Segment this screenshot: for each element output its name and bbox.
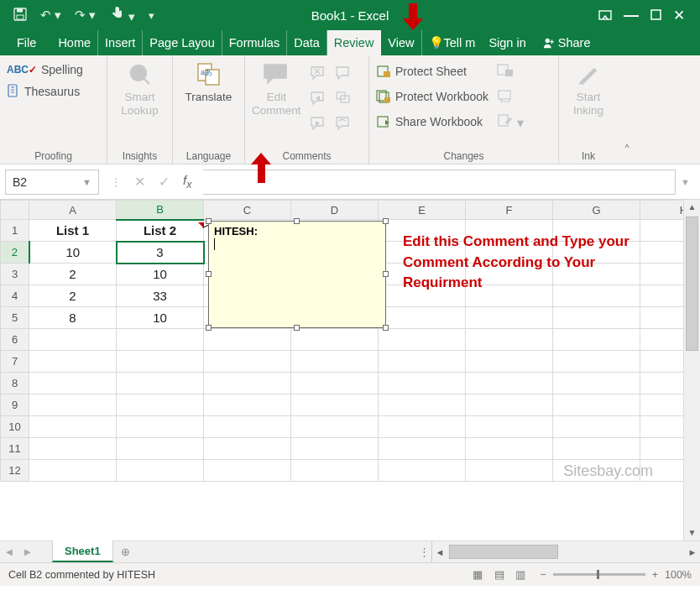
tab-view[interactable]: View [381,30,421,55]
cell[interactable] [29,460,117,482]
ribbon-display-icon[interactable] [598,7,612,24]
cell[interactable]: 10 [29,242,117,264]
col-header[interactable]: B [117,201,204,220]
cell[interactable] [291,329,379,351]
scroll-up-icon[interactable]: ▲ [684,200,700,215]
row-header[interactable]: 4 [1,285,29,307]
vertical-scrollbar[interactable]: ▲ ▼ [683,200,700,540]
tab-formulas[interactable]: Formulas [222,30,287,55]
resize-handle[interactable] [206,218,212,224]
translate-button[interactable]: aあ Translate [185,60,232,104]
sheet-tab-sheet1[interactable]: Sheet1 [52,540,113,562]
cell-active[interactable]: 3 [117,242,204,264]
cell[interactable] [640,416,684,438]
cell[interactable] [29,438,117,460]
resize-handle[interactable] [206,271,212,277]
maximize-icon[interactable] [650,7,661,24]
scroll-down-icon[interactable]: ▼ [684,525,700,540]
scroll-thumb[interactable] [449,545,558,559]
cell[interactable] [553,373,640,394]
cell[interactable] [379,438,466,460]
row-header[interactable]: 5 [1,307,29,329]
col-header[interactable]: E [379,201,466,220]
cell[interactable] [466,329,553,351]
name-box[interactable]: B2 ▼ [5,170,99,195]
view-normal-icon[interactable]: ▦ [468,568,487,581]
previous-comment-icon[interactable] [310,91,326,109]
col-header[interactable]: C [204,201,291,220]
cell[interactable]: 10 [117,307,204,329]
cell[interactable] [466,351,553,373]
thesaurus-button[interactable]: Thesaurus [7,82,80,101]
cell[interactable] [291,438,379,460]
col-header[interactable]: A [29,201,117,220]
signin-link[interactable]: Sign in [482,30,532,55]
delete-comment-icon[interactable] [310,65,326,84]
cell[interactable] [553,307,640,329]
tab-tellme[interactable]: 💡 Tell m [422,30,483,55]
protect-sheet-button[interactable]: Protect Sheet [376,62,488,81]
cell[interactable] [204,416,291,438]
cell[interactable] [379,351,466,373]
row-header[interactable]: 12 [1,460,29,482]
cell[interactable] [640,329,684,351]
cell[interactable] [553,438,640,460]
cell[interactable]: 10 [117,264,204,285]
row-header[interactable]: 9 [1,394,29,416]
undo-icon[interactable]: ↶ ▾ [40,8,61,23]
cell[interactable] [466,438,553,460]
cell[interactable] [291,373,379,394]
cell[interactable] [640,307,684,329]
cell[interactable] [29,394,117,416]
cell[interactable] [117,351,204,373]
row-header[interactable]: 11 [1,438,29,460]
zoom-level[interactable]: 100% [665,569,692,581]
view-pagelayout-icon[interactable]: ▤ [490,568,509,581]
cell[interactable] [291,394,379,416]
resize-handle[interactable] [383,218,389,224]
cell[interactable] [117,416,204,438]
row-header[interactable]: 2 [1,242,29,264]
col-header[interactable]: H [640,201,684,220]
touch-mode-icon[interactable]: ▾ [109,6,134,24]
cell[interactable] [117,460,204,482]
cell[interactable] [466,416,553,438]
cell[interactable] [117,394,204,416]
col-header[interactable]: D [291,201,379,220]
cell[interactable] [117,329,204,351]
grid[interactable]: A B C D E F G H 1 List 1 List 2 2 10 3 [0,200,683,540]
cell[interactable] [553,394,640,416]
col-header[interactable]: G [553,201,640,220]
cell[interactable] [640,373,684,394]
start-inking-button[interactable]: StartInking [566,60,611,117]
cell[interactable]: List 2 [117,220,204,242]
redo-icon[interactable]: ↷ ▾ [75,8,96,23]
save-icon[interactable] [13,8,27,23]
allow-ranges-icon[interactable] [497,89,524,106]
resize-handle[interactable] [294,218,300,224]
tab-review[interactable]: Review [327,30,382,55]
share-workbook-button[interactable]: Share Workbook [376,112,488,131]
cell[interactable] [466,460,553,482]
formula-split-icon[interactable]: ⋮ [111,176,121,188]
tab-insert[interactable]: Insert [98,30,143,55]
cell[interactable] [379,373,466,394]
zoom-slider[interactable] [553,573,645,576]
scroll-right-icon[interactable]: ► [685,541,700,562]
cell[interactable]: 2 [29,264,117,285]
cell[interactable]: List 1 [29,220,117,242]
cell[interactable] [29,351,117,373]
cell[interactable] [466,394,553,416]
row-header[interactable]: 6 [1,329,29,351]
cell[interactable]: 33 [117,285,204,307]
zoom-control[interactable]: − + 100% [540,569,692,581]
comment-editor[interactable]: HITESH: [208,221,386,328]
cell[interactable] [553,329,640,351]
cell[interactable] [379,307,466,329]
collapse-ribbon-icon[interactable]: ˄ [618,55,636,164]
track-changes-icon[interactable]: ▾ [497,114,524,131]
view-pagebreak-icon[interactable]: ▥ [511,568,530,581]
scroll-thumb[interactable] [686,217,698,351]
show-ink-icon[interactable] [335,116,352,134]
sheet-nav-prev-icon[interactable]: ◄ [0,541,18,562]
